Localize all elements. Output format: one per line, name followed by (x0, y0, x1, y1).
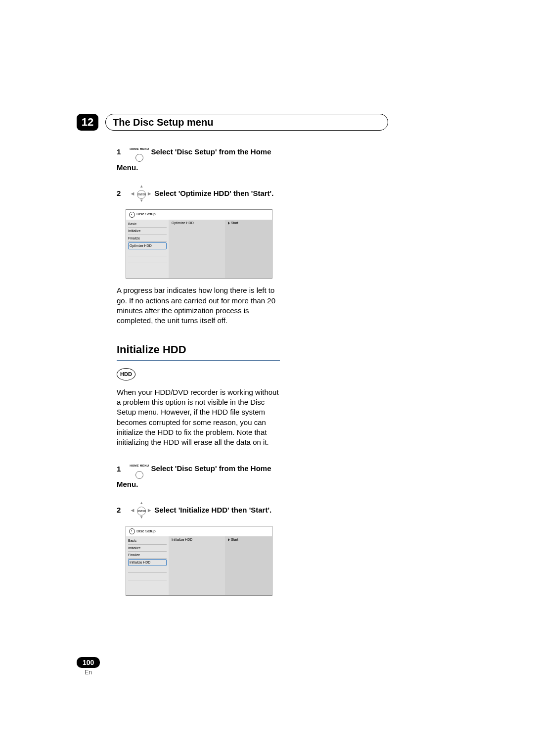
chapter-title-wrap: The Disc Setup menu (105, 114, 388, 131)
osd-menu-item: Basic (128, 537, 167, 544)
step-2b: 2 ▲ ▼ ◀ ▶ ENTER Select 'Initialize HDD' … (117, 501, 280, 520)
osd-title: Disc Setup (126, 210, 272, 220)
osd-menu-item: Initialize (128, 228, 167, 235)
home-menu-button-icon (135, 471, 143, 479)
hdd-badge-icon: HDD (117, 368, 135, 380)
chapter-header: 12 The Disc Setup menu (77, 114, 388, 131)
step-number: 2 (117, 505, 128, 515)
enter-button-icon: ▲ ▼ ◀ ▶ ENTER (132, 185, 150, 203)
step-2a: 2 ▲ ▼ ◀ ▶ ENTER Select 'Optimize HDD' th… (117, 185, 280, 203)
play-triangle-icon (228, 538, 230, 541)
osd-menu-item-selected: Initialize HDD (128, 559, 167, 566)
osd-menu-item-empty (128, 249, 167, 256)
osd-action-col: Start (225, 220, 272, 279)
osd-option-col: Optimize HDD (169, 220, 225, 279)
initialize-description: When your HDD/DVD recorder is working wi… (117, 387, 280, 448)
content-column: 1 HOME MENU Select 'Disc Setup' from the… (117, 142, 280, 596)
chapter-title: The Disc Setup menu (113, 117, 213, 128)
section-heading-initialize: Initialize HDD (117, 342, 280, 361)
osd-menu-item: Finalize (128, 552, 167, 559)
step-1a: 1 HOME MENU Select 'Disc Setup' from the… (117, 142, 280, 173)
osd-screenshot-optimize: Disc Setup Basic Initialize Finalize Opt… (126, 209, 272, 279)
disc-icon (129, 212, 135, 218)
osd-menu-col: Basic Initialize Finalize Initialize HDD (126, 536, 169, 595)
osd-menu-item-selected: Optimize HDD (128, 242, 167, 249)
osd-menu-item-empty (128, 566, 167, 573)
osd-screenshot-initialize: Disc Setup Basic Initialize Finalize Ini… (126, 526, 272, 596)
manual-page: 12 The Disc Setup menu 1 HOME MENU Selec… (0, 0, 534, 756)
osd-menu-item-empty (128, 573, 167, 580)
home-menu-button-icon (135, 154, 143, 162)
progress-description: A progress bar indicates how long there … (117, 285, 280, 326)
home-menu-label: HOME MENU (130, 147, 149, 150)
chapter-number-badge: 12 (77, 114, 98, 131)
osd-menu-item-empty (128, 256, 167, 263)
page-footer: 100 En (77, 657, 100, 676)
osd-menu-col: Basic Initialize Finalize Optimize HDD (126, 220, 169, 279)
step-number: 1 (117, 147, 128, 157)
enter-button-icon: ▲ ▼ ◀ ▶ ENTER (132, 501, 150, 520)
play-triangle-icon (228, 222, 230, 225)
osd-menu-item: Finalize (128, 235, 167, 242)
osd-title: Disc Setup (126, 526, 272, 536)
osd-option-col: Initialize HDD (169, 536, 225, 595)
step-text: Select 'Initialize HDD' then 'Start'. (154, 506, 271, 514)
osd-action-col: Start (225, 536, 272, 595)
step-text: Select 'Optimize HDD' then 'Start'. (154, 189, 273, 197)
osd-menu-item: Basic (128, 221, 167, 228)
disc-icon (129, 528, 135, 534)
step-number: 1 (117, 464, 128, 474)
osd-menu-item: Initialize (128, 545, 167, 552)
page-language: En (77, 669, 100, 676)
page-number: 100 (77, 657, 100, 668)
home-menu-label: HOME MENU (130, 464, 149, 467)
step-1b: 1 HOME MENU Select 'Disc Setup' from the… (117, 459, 280, 489)
step-number: 2 (117, 189, 128, 198)
